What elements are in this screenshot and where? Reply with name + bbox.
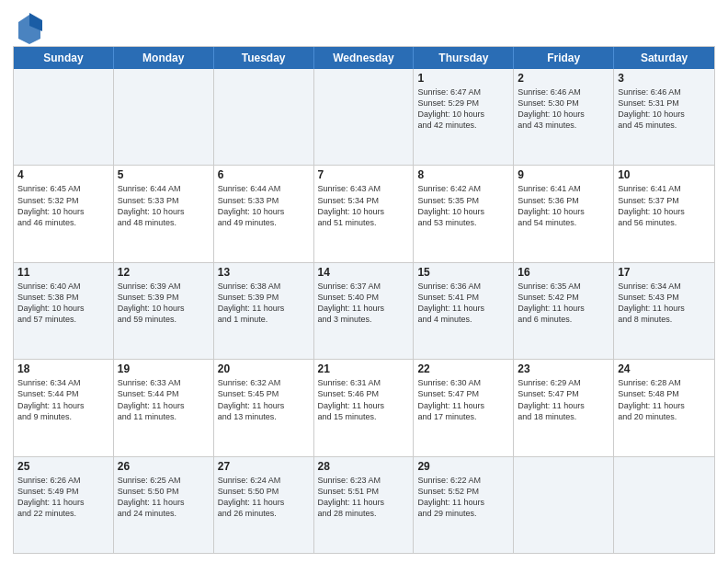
calendar-cell: [314, 69, 415, 165]
day-number: 20: [218, 362, 310, 375]
weekday-header: Wednesday: [314, 47, 415, 69]
calendar-cell: [14, 69, 114, 165]
weekday-header: Monday: [114, 47, 214, 69]
calendar-cell: [614, 457, 714, 553]
weekday-header: Friday: [514, 47, 614, 69]
calendar-cell: 26Sunrise: 6:25 AM Sunset: 5:50 PM Dayli…: [114, 457, 214, 553]
calendar-cell: 8Sunrise: 6:42 AM Sunset: 5:35 PM Daylig…: [414, 166, 514, 261]
calendar-cell: 27Sunrise: 6:24 AM Sunset: 5:50 PM Dayli…: [214, 457, 314, 553]
day-number: 27: [218, 460, 310, 473]
calendar-cell: 3Sunrise: 6:46 AM Sunset: 5:31 PM Daylig…: [614, 69, 714, 165]
day-info: Sunrise: 6:22 AM Sunset: 5:52 PM Dayligh…: [417, 475, 509, 520]
day-number: 4: [17, 168, 109, 181]
day-number: 26: [118, 460, 210, 473]
calendar-cell: 24Sunrise: 6:28 AM Sunset: 5:48 PM Dayli…: [614, 360, 714, 455]
calendar-cell: 20Sunrise: 6:32 AM Sunset: 5:45 PM Dayli…: [214, 360, 314, 455]
day-number: 28: [318, 460, 410, 473]
day-info: Sunrise: 6:39 AM Sunset: 5:39 PM Dayligh…: [118, 281, 210, 326]
calendar-row: 25Sunrise: 6:26 AM Sunset: 5:49 PM Dayli…: [14, 456, 714, 553]
calendar-cell: 13Sunrise: 6:38 AM Sunset: 5:39 PM Dayli…: [214, 263, 314, 359]
day-number: 6: [218, 168, 310, 181]
day-info: Sunrise: 6:34 AM Sunset: 5:43 PM Dayligh…: [618, 281, 711, 326]
day-number: 14: [318, 266, 410, 279]
calendar-cell: 21Sunrise: 6:31 AM Sunset: 5:46 PM Dayli…: [314, 360, 415, 455]
calendar-cell: [514, 457, 614, 553]
calendar-cell: 10Sunrise: 6:41 AM Sunset: 5:37 PM Dayli…: [614, 166, 714, 261]
day-info: Sunrise: 6:25 AM Sunset: 5:50 PM Dayligh…: [118, 475, 210, 520]
day-number: 21: [318, 362, 410, 375]
day-info: Sunrise: 6:26 AM Sunset: 5:49 PM Dayligh…: [17, 475, 109, 520]
calendar-row: 1Sunrise: 6:47 AM Sunset: 5:29 PM Daylig…: [14, 69, 714, 165]
day-info: Sunrise: 6:35 AM Sunset: 5:42 PM Dayligh…: [518, 281, 609, 326]
day-info: Sunrise: 6:28 AM Sunset: 5:48 PM Dayligh…: [618, 377, 711, 422]
day-number: 17: [618, 266, 711, 279]
calendar-cell: 29Sunrise: 6:22 AM Sunset: 5:52 PM Dayli…: [414, 457, 514, 553]
day-info: Sunrise: 6:45 AM Sunset: 5:32 PM Dayligh…: [17, 183, 109, 228]
day-info: Sunrise: 6:34 AM Sunset: 5:44 PM Dayligh…: [17, 377, 109, 422]
day-number: 18: [17, 362, 109, 375]
calendar-cell: 6Sunrise: 6:44 AM Sunset: 5:33 PM Daylig…: [214, 166, 314, 261]
calendar-cell: 14Sunrise: 6:37 AM Sunset: 5:40 PM Dayli…: [314, 263, 415, 359]
calendar-cell: 11Sunrise: 6:40 AM Sunset: 5:38 PM Dayli…: [14, 263, 114, 359]
day-number: 19: [118, 362, 210, 375]
day-info: Sunrise: 6:42 AM Sunset: 5:35 PM Dayligh…: [417, 183, 509, 228]
day-info: Sunrise: 6:46 AM Sunset: 5:30 PM Dayligh…: [518, 86, 609, 132]
calendar: SundayMondayTuesdayWednesdayThursdayFrid…: [13, 46, 715, 554]
day-info: Sunrise: 6:44 AM Sunset: 5:33 PM Dayligh…: [218, 183, 310, 228]
day-info: Sunrise: 6:44 AM Sunset: 5:33 PM Dayligh…: [118, 183, 210, 228]
day-info: Sunrise: 6:36 AM Sunset: 5:41 PM Dayligh…: [417, 281, 509, 326]
calendar-cell: 15Sunrise: 6:36 AM Sunset: 5:41 PM Dayli…: [414, 263, 514, 359]
calendar-cell: 18Sunrise: 6:34 AM Sunset: 5:44 PM Dayli…: [14, 360, 114, 455]
weekday-header: Saturday: [614, 47, 714, 69]
logo: [13, 13, 39, 40]
day-info: Sunrise: 6:33 AM Sunset: 5:44 PM Dayligh…: [118, 377, 210, 422]
day-number: 12: [118, 266, 210, 279]
calendar-cell: 28Sunrise: 6:23 AM Sunset: 5:51 PM Dayli…: [314, 457, 415, 553]
logo-icon: [17, 13, 39, 40]
calendar-header: SundayMondayTuesdayWednesdayThursdayFrid…: [14, 47, 714, 69]
day-info: Sunrise: 6:41 AM Sunset: 5:36 PM Dayligh…: [518, 183, 609, 228]
day-info: Sunrise: 6:41 AM Sunset: 5:37 PM Dayligh…: [618, 183, 711, 228]
day-number: 16: [518, 266, 609, 279]
day-number: 3: [618, 72, 711, 85]
day-number: 15: [417, 266, 509, 279]
calendar-cell: 12Sunrise: 6:39 AM Sunset: 5:39 PM Dayli…: [114, 263, 214, 359]
header: [13, 9, 715, 40]
day-number: 22: [417, 362, 509, 375]
day-info: Sunrise: 6:46 AM Sunset: 5:31 PM Dayligh…: [618, 86, 711, 132]
calendar-cell: 19Sunrise: 6:33 AM Sunset: 5:44 PM Dayli…: [114, 360, 214, 455]
calendar-cell: 25Sunrise: 6:26 AM Sunset: 5:49 PM Dayli…: [14, 457, 114, 553]
calendar-cell: 2Sunrise: 6:46 AM Sunset: 5:30 PM Daylig…: [514, 69, 614, 165]
day-number: 10: [618, 168, 711, 181]
day-info: Sunrise: 6:23 AM Sunset: 5:51 PM Dayligh…: [318, 475, 410, 520]
day-number: 23: [518, 362, 609, 375]
day-number: 13: [218, 266, 310, 279]
day-number: 8: [417, 168, 509, 181]
day-number: 25: [17, 460, 109, 473]
day-number: 29: [417, 460, 509, 473]
weekday-header: Sunday: [14, 47, 114, 69]
weekday-header: Thursday: [414, 47, 514, 69]
calendar-cell: 23Sunrise: 6:29 AM Sunset: 5:47 PM Dayli…: [514, 360, 614, 455]
day-info: Sunrise: 6:30 AM Sunset: 5:47 PM Dayligh…: [417, 377, 509, 422]
day-number: 9: [518, 168, 609, 181]
calendar-cell: 4Sunrise: 6:45 AM Sunset: 5:32 PM Daylig…: [14, 166, 114, 261]
calendar-cell: [214, 69, 314, 165]
day-number: 11: [17, 266, 109, 279]
day-info: Sunrise: 6:32 AM Sunset: 5:45 PM Dayligh…: [218, 377, 310, 422]
calendar-cell: 7Sunrise: 6:43 AM Sunset: 5:34 PM Daylig…: [314, 166, 415, 261]
calendar-cell: 1Sunrise: 6:47 AM Sunset: 5:29 PM Daylig…: [414, 69, 514, 165]
day-number: 1: [417, 72, 509, 85]
day-number: 7: [318, 168, 410, 181]
day-number: 2: [518, 72, 609, 85]
weekday-header: Tuesday: [214, 47, 314, 69]
calendar-cell: 9Sunrise: 6:41 AM Sunset: 5:36 PM Daylig…: [514, 166, 614, 261]
calendar-cell: 16Sunrise: 6:35 AM Sunset: 5:42 PM Dayli…: [514, 263, 614, 359]
day-info: Sunrise: 6:47 AM Sunset: 5:29 PM Dayligh…: [417, 86, 509, 132]
calendar-cell: 17Sunrise: 6:34 AM Sunset: 5:43 PM Dayli…: [614, 263, 714, 359]
calendar-row: 4Sunrise: 6:45 AM Sunset: 5:32 PM Daylig…: [14, 165, 714, 261]
day-info: Sunrise: 6:43 AM Sunset: 5:34 PM Dayligh…: [318, 183, 410, 228]
calendar-cell: 5Sunrise: 6:44 AM Sunset: 5:33 PM Daylig…: [114, 166, 214, 261]
calendar-body: 1Sunrise: 6:47 AM Sunset: 5:29 PM Daylig…: [14, 69, 714, 553]
page: SundayMondayTuesdayWednesdayThursdayFrid…: [0, 0, 728, 563]
